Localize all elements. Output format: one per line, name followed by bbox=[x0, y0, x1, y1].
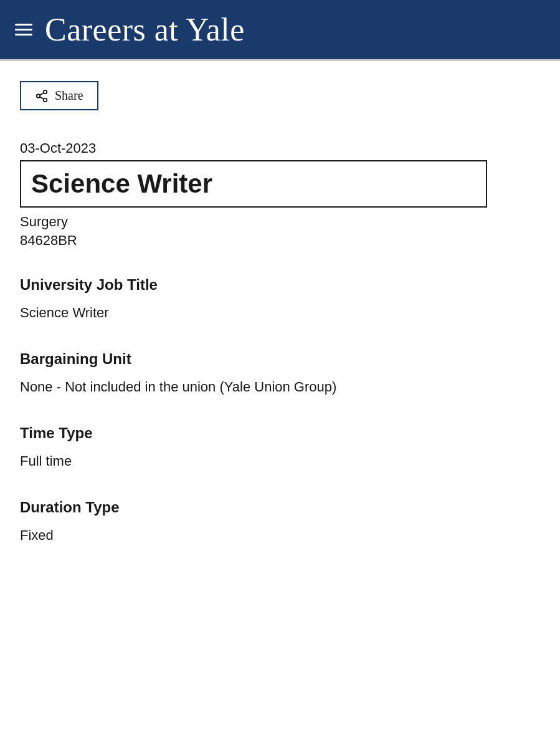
svg-line-4 bbox=[40, 92, 44, 95]
university-job-title-section: University Job Title Science Writer bbox=[20, 276, 540, 323]
job-title: Science Writer bbox=[31, 169, 212, 198]
site-header: Careers at Yale bbox=[0, 0, 560, 59]
share-icon bbox=[35, 89, 49, 103]
share-button-label: Share bbox=[55, 89, 83, 103]
job-date: 03-Oct-2023 bbox=[20, 140, 540, 156]
job-title-box: Science Writer bbox=[20, 160, 487, 208]
duration-type-value: Fixed bbox=[20, 525, 540, 545]
time-type-label: Time Type bbox=[20, 424, 540, 442]
share-button[interactable]: Share bbox=[20, 81, 98, 110]
time-type-value: Full time bbox=[20, 451, 540, 471]
bargaining-unit-value: None - Not included in the union (Yale U… bbox=[20, 376, 540, 397]
svg-line-3 bbox=[40, 97, 44, 99]
university-job-title-value: Science Writer bbox=[20, 302, 540, 323]
bargaining-unit-label: Bargaining Unit bbox=[20, 350, 540, 368]
duration-type-section: Duration Type Fixed bbox=[20, 499, 540, 545]
time-type-section: Time Type Full time bbox=[20, 424, 540, 471]
job-department: Surgery bbox=[20, 214, 540, 230]
bargaining-unit-section: Bargaining Unit None - Not included in t… bbox=[20, 350, 540, 397]
hamburger-menu-icon[interactable] bbox=[15, 24, 32, 36]
job-id: 84628BR bbox=[20, 233, 540, 249]
university-job-title-label: University Job Title bbox=[20, 276, 540, 294]
site-title: Careers at Yale bbox=[45, 11, 245, 48]
duration-type-label: Duration Type bbox=[20, 499, 540, 516]
main-content: Share 03-Oct-2023 Science Writer Surgery… bbox=[0, 61, 560, 570]
